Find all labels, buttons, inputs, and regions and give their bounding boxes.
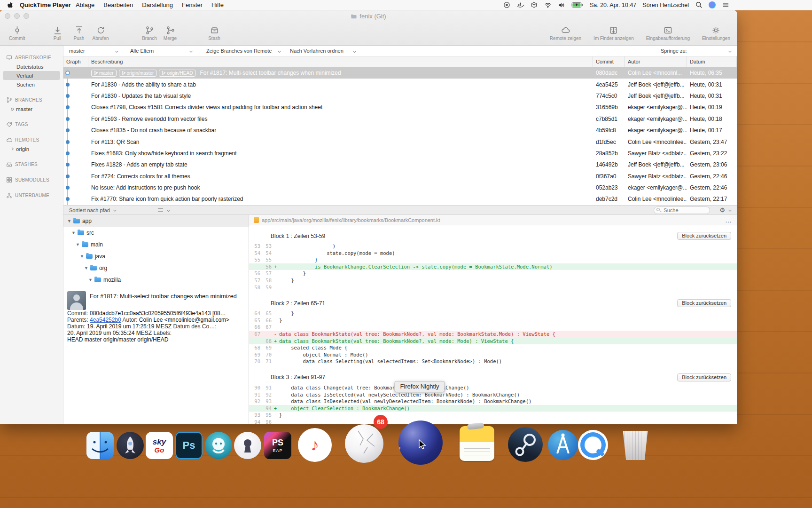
branch-button[interactable]: Branch xyxy=(139,26,160,41)
commit-row[interactable]: For #1593 - Remove evenodd from vector f… xyxy=(63,113,737,125)
photoshop-icon[interactable]: Ps xyxy=(175,432,203,459)
merge-button[interactable]: Merge xyxy=(160,26,180,41)
commit-row[interactable]: Fixes #1828 - Adds an empty tab state 14… xyxy=(63,159,737,170)
more-options-button[interactable]: … xyxy=(725,216,732,224)
stash-button[interactable]: Stash xyxy=(204,26,225,41)
commit-row-selected[interactable]: master origin/master origin/HEAD For #18… xyxy=(63,67,737,79)
disclosure-triangle-icon[interactable]: ▼ xyxy=(67,219,71,223)
disclosure-triangle-icon[interactable]: ▼ xyxy=(80,254,84,259)
parents-filter-dropdown[interactable]: Alle Eltern xyxy=(130,48,192,54)
menubar-item[interactable]: Darstellung xyxy=(142,1,173,8)
column-header-author[interactable]: Autor xyxy=(625,56,687,67)
disclosure-triangle-icon[interactable]: ▼ xyxy=(71,230,76,235)
finder-icon[interactable] xyxy=(86,432,114,459)
sort-by-path-dropdown[interactable]: Sortiert nach pfad xyxy=(69,207,116,213)
tree-item-folder[interactable]: ▼ src xyxy=(63,227,249,238)
reset-block-button[interactable]: Block zurücksetzen xyxy=(677,373,731,381)
steam-icon[interactable] xyxy=(508,427,543,462)
commit-row[interactable]: No issue: Add instructions to pre-push h… xyxy=(63,182,737,193)
column-header-date[interactable]: Datum xyxy=(687,56,737,67)
spotlight-search-icon[interactable] xyxy=(695,1,703,9)
wifi-icon[interactable] xyxy=(544,1,552,9)
minimize-window-button[interactable] xyxy=(14,13,20,19)
menubar-item[interactable]: Ablage xyxy=(76,1,94,8)
quicktime-icon[interactable] xyxy=(578,430,608,460)
menubar-user-name[interactable]: Sören Hentzschel xyxy=(642,2,689,8)
tree-item-folder[interactable]: ▼ org xyxy=(63,262,249,274)
settings-button[interactable]: Einstellungen xyxy=(702,26,730,41)
order-dropdown[interactable]: Nach Vorfahren ordnen xyxy=(290,48,356,54)
commit-row[interactable]: For #724: Corrects colors for all themes… xyxy=(63,171,737,182)
column-header-commit[interactable]: Commit xyxy=(593,56,625,67)
sidebar-item-history[interactable]: Verlauf xyxy=(3,71,60,80)
menubar-item[interactable]: Hilfe xyxy=(211,1,224,8)
disclosure-triangle-icon[interactable]: ▼ xyxy=(88,278,93,282)
fetch-button[interactable]: Abrufen xyxy=(90,26,111,41)
menubar-item[interactable]: Bearbeiten xyxy=(103,1,133,8)
terminal-button[interactable]: Eingabeaufforderung xyxy=(646,26,690,41)
tree-item-folder[interactable]: ▼ main xyxy=(63,238,249,250)
jump-to-dropdown[interactable]: Springe zu: xyxy=(661,48,731,54)
branch-tag[interactable]: origin/HEAD xyxy=(159,70,195,77)
sidebar-item-master[interactable]: master xyxy=(0,104,63,113)
commit-row[interactable]: For #113: QR Scan d1fd5ec Colin Lee <mnc… xyxy=(63,136,737,147)
disclosure-icon[interactable] xyxy=(10,147,14,151)
commit-button[interactable]: Commit xyxy=(7,26,27,41)
sky-go-icon[interactable]: sky Go xyxy=(146,432,173,459)
commit-row[interactable]: For #1830 - Adds the ability to share a … xyxy=(63,79,737,90)
sidebar-item-filestatus[interactable]: Dateistatus xyxy=(0,62,63,71)
menubar-app-name[interactable]: QuickTime Player xyxy=(20,1,71,8)
commit-row[interactable]: Closes #1798, Closes #1581 Corrects divi… xyxy=(63,102,737,113)
remote-branches-dropdown[interactable]: Zeige Branches von Remote xyxy=(206,48,281,54)
branch-tag[interactable]: master xyxy=(91,70,117,77)
notes-app-icon[interactable] xyxy=(460,426,494,461)
search-input[interactable] xyxy=(654,206,710,214)
compass-app-icon[interactable] xyxy=(548,430,578,460)
reset-block-button[interactable]: Block zurücksetzen xyxy=(677,232,731,240)
pull-button[interactable]: Pull xyxy=(47,26,68,41)
search-icon xyxy=(656,208,660,211)
trash-icon[interactable] xyxy=(621,431,649,460)
battery-icon[interactable] xyxy=(571,1,584,9)
code-text: data class Selecting(val selectedItems: … xyxy=(279,358,737,365)
tree-item-folder[interactable]: ▼ app xyxy=(63,215,249,227)
diff-settings-dropdown[interactable]: ⚙ xyxy=(719,206,731,214)
keyhole-app-icon[interactable] xyxy=(234,432,261,459)
column-header-description[interactable]: Beschreibung xyxy=(88,56,593,67)
docker-icon[interactable] xyxy=(517,1,524,9)
push-button[interactable]: Push xyxy=(69,26,89,41)
tree-item-folder[interactable]: ▼ java xyxy=(63,250,249,262)
commit-row[interactable]: For #1830 - Updates the tab visual style… xyxy=(63,90,737,102)
rocket-app-icon[interactable] xyxy=(117,432,144,459)
phpstorm-eap-icon[interactable]: PS EAP xyxy=(264,432,291,459)
commit-row[interactable]: Fix #1770: Share icon from quick action … xyxy=(63,193,737,205)
disclosure-triangle-icon[interactable]: ▼ xyxy=(84,266,88,270)
sidebar-item-search[interactable]: Suchen xyxy=(0,80,63,89)
reset-block-button[interactable]: Block zurücksetzen xyxy=(677,299,731,307)
view-options-dropdown[interactable] xyxy=(157,207,170,213)
branch-tag[interactable]: origin/master xyxy=(119,70,157,77)
notification-center-icon[interactable] xyxy=(722,1,729,9)
kraken-app-icon[interactable] xyxy=(205,432,232,459)
show-remote-button[interactable]: Remote zeigen xyxy=(550,26,581,41)
apple-menu[interactable] xyxy=(6,1,13,9)
close-window-button[interactable] xyxy=(5,13,10,19)
branch-filter-dropdown[interactable]: master xyxy=(69,48,118,54)
cracked-ball-app-icon[interactable] xyxy=(345,424,383,463)
volume-icon[interactable] xyxy=(558,1,565,9)
tree-item-folder[interactable]: ▼ mozilla xyxy=(63,274,249,286)
code-text: is BookmarkChange.ClearSelection -> stat… xyxy=(279,263,737,270)
disclosure-triangle-icon[interactable]: ▼ xyxy=(76,242,80,247)
sidebar-item-origin[interactable]: origin xyxy=(0,144,63,153)
commit-row[interactable]: Fixes #1683: Only show/hide keyboard in … xyxy=(63,148,737,159)
menubar-clock[interactable]: Sa. 20. Apr. 10:47 xyxy=(590,2,636,8)
show-in-finder-button[interactable]: Im Finder anzeigen xyxy=(593,26,634,41)
apple-music-icon[interactable]: ♪ xyxy=(298,428,332,462)
siri-icon[interactable] xyxy=(709,1,716,8)
box-icon[interactable] xyxy=(531,1,538,9)
column-header-graph[interactable]: Graph xyxy=(63,56,88,67)
zoom-window-button[interactable] xyxy=(23,13,29,19)
menubar-item[interactable]: Fenster xyxy=(182,1,203,8)
commit-row[interactable]: Closes #1835 - Do not crash because of s… xyxy=(63,125,737,136)
screen-recording-icon[interactable] xyxy=(503,1,511,9)
